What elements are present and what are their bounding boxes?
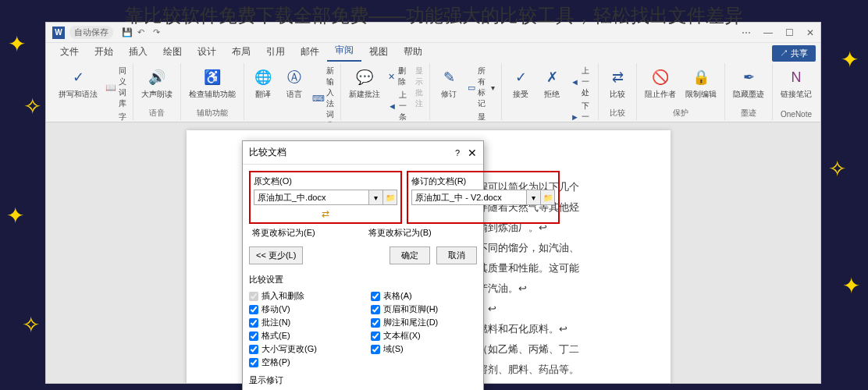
prev-comment-button[interactable]: ◄上一条 <box>386 89 411 123</box>
restrict-button[interactable]: 🔒限制编辑 <box>682 65 720 101</box>
more-button[interactable]: << 更少(L) <box>249 246 303 264</box>
onenote-icon: N <box>785 66 807 88</box>
delete-icon: ✕ <box>388 71 396 82</box>
onenote-button[interactable]: N链接笔记 <box>777 65 815 101</box>
spelling-button[interactable]: ✓拼写和语法 <box>55 65 101 101</box>
ribbon-options-icon[interactable]: ⋯ <box>742 27 751 38</box>
close-icon[interactable]: ✕ <box>468 147 477 159</box>
language-button[interactable]: Ⓐ语言 <box>280 65 308 101</box>
translate-icon: 🌐 <box>252 66 274 88</box>
undo-icon[interactable]: ↶ <box>137 27 148 38</box>
tab-mailings[interactable]: 邮件 <box>293 42 327 62</box>
spelling-icon: ✓ <box>67 66 89 88</box>
browse-icon[interactable]: 📁 <box>541 190 555 205</box>
tab-insert[interactable]: 插入 <box>121 42 155 62</box>
block-button[interactable]: 🚫阻止作者 <box>642 65 679 101</box>
hideink-button[interactable]: ✒隐藏墨迹 <box>730 65 767 101</box>
footnotes-check[interactable]: 脚注和尾注(D) <box>371 317 477 328</box>
move-check[interactable]: 移动(V) <box>249 303 355 315</box>
insert-delete-check[interactable]: 插入和删除 <box>249 290 355 302</box>
comments-check[interactable]: 批注(N) <box>249 317 355 328</box>
original-doc-box: 原文档(O) ▾ 📁 ⇄ <box>249 171 402 224</box>
tab-file[interactable]: 文件 <box>52 42 87 62</box>
reject-button[interactable]: ✗拒绝 <box>538 65 566 101</box>
dropdown-icon[interactable]: ▾ <box>527 190 541 205</box>
compare-icon: ⇄ <box>607 66 628 88</box>
prev-icon: ◄ <box>571 76 579 87</box>
revised-doc-box: 修订的文档(R) ▾ 📁 <box>407 171 560 224</box>
dropdown-icon[interactable]: ▾ <box>369 190 383 205</box>
delete-comment-button[interactable]: ✕删除 <box>386 65 411 88</box>
original-doc-input[interactable] <box>254 190 369 205</box>
speaker-icon: 🔊 <box>146 66 168 88</box>
redo-icon[interactable]: ↷ <box>153 27 164 38</box>
ok-button[interactable]: 确定 <box>390 246 430 264</box>
show-comments-button[interactable]: 显示批注 <box>414 65 425 110</box>
compare-button[interactable]: ⇄比较 <box>603 65 631 101</box>
ink-icon: ✒ <box>738 66 760 88</box>
accept-icon: ✓ <box>510 66 532 88</box>
language-icon: Ⓐ <box>283 66 305 88</box>
save-icon[interactable]: 💾 <box>122 27 133 38</box>
tab-view[interactable]: 视图 <box>361 42 396 62</box>
revised-doc-input[interactable] <box>411 190 527 205</box>
whitespace-check[interactable]: 空格(P) <box>249 356 355 368</box>
thesaurus-button[interactable]: 📖同义词库 <box>104 65 128 110</box>
translate-button[interactable]: 🌐翻译 <box>249 65 277 101</box>
dialog-title: 比较文档 <box>249 146 455 159</box>
accept-button[interactable]: ✓接受 <box>507 65 535 101</box>
swap-icon[interactable]: ⇄ <box>254 208 397 219</box>
prev-change-button[interactable]: ◄上一处 <box>569 65 593 99</box>
case-check[interactable]: 大小写更改(G) <box>249 343 355 355</box>
close-icon[interactable]: ✕ <box>806 27 814 38</box>
block-icon: 🚫 <box>649 66 671 88</box>
reject-icon: ✗ <box>541 66 563 88</box>
tab-draw[interactable]: 绘图 <box>155 42 190 62</box>
textboxes-check[interactable]: 文本框(X) <box>371 330 477 342</box>
tables-check[interactable]: 表格(A) <box>371 290 477 302</box>
prev-icon: ◄ <box>388 101 397 112</box>
accessibility-button[interactable]: ♿检查辅助功能 <box>186 65 239 101</box>
help-icon[interactable]: ? <box>455 148 460 158</box>
cancel-button[interactable]: 取消 <box>436 246 477 264</box>
tab-design[interactable]: 设计 <box>190 42 224 62</box>
ribbon: ✓拼写和语法 📖同义词库 123字数统计 校对 🔊大声朗读 语音 ♿检查辅助功能… <box>46 62 820 122</box>
page-title: 靠比较软件免费下载全部免费——功能强大的比较工具，轻松找出文件差异 <box>0 3 868 28</box>
readaloud-button[interactable]: 🔊大声朗读 <box>138 65 176 101</box>
tab-home[interactable]: 开始 <box>87 42 121 62</box>
maximize-icon[interactable]: ☐ <box>785 27 794 38</box>
share-button[interactable]: ↗ 共享 <box>772 45 816 62</box>
browse-icon[interactable]: 📁 <box>383 190 397 205</box>
ime-icon: ⌨ <box>313 93 324 104</box>
markup-select[interactable]: ▭所有标记 ▾ <box>466 65 496 110</box>
track-icon: ✎ <box>438 66 460 88</box>
tab-references[interactable]: 引用 <box>258 42 293 62</box>
lock-icon: 🔒 <box>690 66 712 88</box>
tab-help[interactable]: 帮助 <box>396 42 430 62</box>
next-icon: ► <box>571 112 579 122</box>
markup-icon: ▭ <box>468 82 475 93</box>
tab-layout[interactable]: 布局 <box>224 42 258 62</box>
headers-check[interactable]: 页眉和页脚(H) <box>371 303 477 315</box>
compare-dialog: 比较文档 ? ✕ 原文档(O) ▾ 📁 ⇄ 修订的文档(R) ▾ 📁 <box>242 140 484 390</box>
newcomment-button[interactable]: 💬新建批注 <box>346 65 383 101</box>
track-button[interactable]: ✎修订 <box>435 65 463 101</box>
thesaurus-icon: 📖 <box>105 82 116 93</box>
accessibility-icon: ♿ <box>201 66 223 88</box>
fields-check[interactable]: 域(S) <box>371 343 477 355</box>
ribbon-tabs: 文件 开始 插入 绘图 设计 布局 引用 邮件 审阅 视图 帮助 ↗ 共享 <box>46 43 820 62</box>
minimize-icon[interactable]: — <box>763 27 773 38</box>
tab-review[interactable]: 审阅 <box>327 41 361 62</box>
formatting-check[interactable]: 格式(E) <box>249 330 355 342</box>
comment-icon: 💬 <box>354 66 375 88</box>
